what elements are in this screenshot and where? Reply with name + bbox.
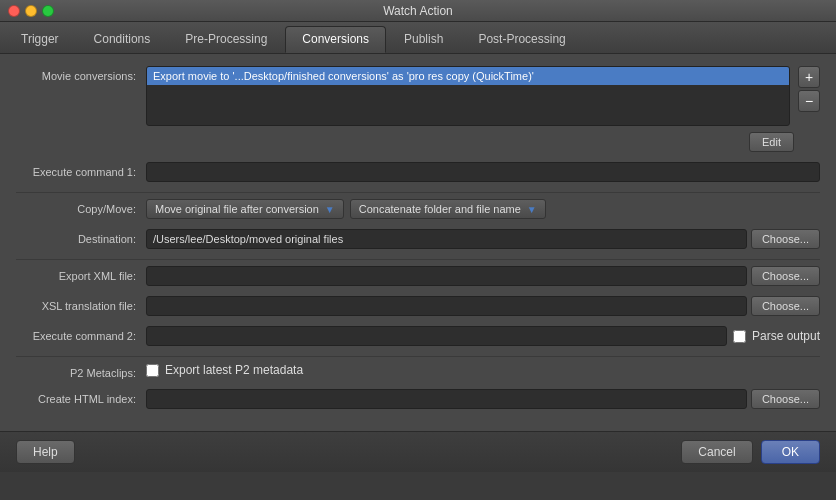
p2-metaclips-checkbox[interactable] — [146, 364, 159, 377]
tab-conversions[interactable]: Conversions — [285, 26, 386, 53]
choose-destination-button[interactable]: Choose... — [751, 229, 820, 249]
separator-2 — [16, 259, 820, 260]
parse-output-label[interactable]: Parse output — [752, 329, 820, 343]
tab-publish[interactable]: Publish — [387, 26, 460, 53]
movie-conversions-label: Movie conversions: — [16, 66, 146, 82]
create-html-field: Choose... — [146, 389, 820, 409]
minimize-button[interactable] — [25, 5, 37, 17]
remove-conversion-button[interactable]: − — [798, 90, 820, 112]
xsl-translation-field: Choose... — [146, 296, 820, 316]
execute-command-2-row: Execute command 2: Parse output — [16, 326, 820, 346]
export-xml-row: Export XML file: Choose... — [16, 266, 820, 286]
copy-move-controls: Move original file after conversion ▼ Co… — [146, 199, 546, 219]
export-xml-input[interactable] — [146, 266, 747, 286]
list-action-buttons: + − — [798, 66, 820, 112]
separator-3 — [16, 356, 820, 357]
copy-move-label: Copy/Move: — [16, 199, 146, 215]
xsl-translation-row: XSL translation file: Choose... — [16, 296, 820, 316]
window-title: Watch Action — [383, 4, 453, 18]
add-conversion-button[interactable]: + — [798, 66, 820, 88]
p2-metaclips-label: P2 Metaclips: — [16, 363, 146, 379]
execute-command-1-row: Execute command 1: — [16, 162, 820, 182]
create-html-row: Create HTML index: Choose... — [16, 389, 820, 409]
execute-command-2-label: Execute command 2: — [16, 326, 146, 342]
tab-post-processing[interactable]: Post-Processing — [461, 26, 582, 53]
copy-move-arrow: ▼ — [325, 204, 335, 215]
separator-1 — [16, 192, 820, 193]
tab-bar: Trigger Conditions Pre-Processing Conver… — [0, 22, 836, 54]
traffic-lights[interactable] — [8, 5, 54, 17]
concatenate-arrow: ▼ — [527, 204, 537, 215]
movie-conversions-item[interactable]: Export movie to '...Desktop/finished con… — [147, 67, 789, 85]
choose-html-button[interactable]: Choose... — [751, 389, 820, 409]
movie-conversions-list[interactable]: Export movie to '...Desktop/finished con… — [146, 66, 790, 126]
destination-input[interactable] — [146, 229, 747, 249]
edit-conversion-button[interactable]: Edit — [749, 132, 794, 152]
export-xml-label: Export XML file: — [16, 266, 146, 282]
maximize-button[interactable] — [42, 5, 54, 17]
content-area: Movie conversions: Export movie to '...D… — [0, 54, 836, 431]
copy-move-dropdown[interactable]: Move original file after conversion ▼ — [146, 199, 344, 219]
choose-xml-button[interactable]: Choose... — [751, 266, 820, 286]
execute-command-1-input[interactable] — [146, 162, 820, 182]
p2-metaclips-field: Export latest P2 metadata — [146, 363, 303, 377]
help-button[interactable]: Help — [16, 440, 75, 464]
parse-output-row: Parse output — [733, 329, 820, 343]
parse-output-checkbox[interactable] — [733, 330, 746, 343]
movie-conversions-row: Movie conversions: Export movie to '...D… — [16, 66, 820, 152]
execute-command-1-label: Execute command 1: — [16, 162, 146, 178]
export-xml-field: Choose... — [146, 266, 820, 286]
bottom-right-buttons: Cancel OK — [681, 440, 820, 464]
title-bar: Watch Action — [0, 0, 836, 22]
p2-metaclips-row: P2 Metaclips: Export latest P2 metadata — [16, 363, 820, 379]
create-html-label: Create HTML index: — [16, 389, 146, 405]
close-button[interactable] — [8, 5, 20, 17]
bottom-bar: Help Cancel OK — [0, 431, 836, 472]
copy-move-row: Copy/Move: Move original file after conv… — [16, 199, 820, 219]
tab-conditions[interactable]: Conditions — [77, 26, 168, 53]
destination-row: Destination: Choose... — [16, 229, 820, 249]
ok-button[interactable]: OK — [761, 440, 820, 464]
xsl-translation-input[interactable] — [146, 296, 747, 316]
create-html-input[interactable] — [146, 389, 747, 409]
xsl-translation-label: XSL translation file: — [16, 296, 146, 312]
execute-command-2-input[interactable] — [146, 326, 727, 346]
choose-xsl-button[interactable]: Choose... — [751, 296, 820, 316]
destination-field: Choose... — [146, 229, 820, 249]
p2-metaclips-checkbox-label[interactable]: Export latest P2 metadata — [146, 363, 303, 377]
tab-trigger[interactable]: Trigger — [4, 26, 76, 53]
concatenate-dropdown[interactable]: Concatenate folder and file name ▼ — [350, 199, 546, 219]
tab-pre-processing[interactable]: Pre-Processing — [168, 26, 284, 53]
execute-command-2-field: Parse output — [146, 326, 820, 346]
destination-label: Destination: — [16, 229, 146, 245]
cancel-button[interactable]: Cancel — [681, 440, 752, 464]
